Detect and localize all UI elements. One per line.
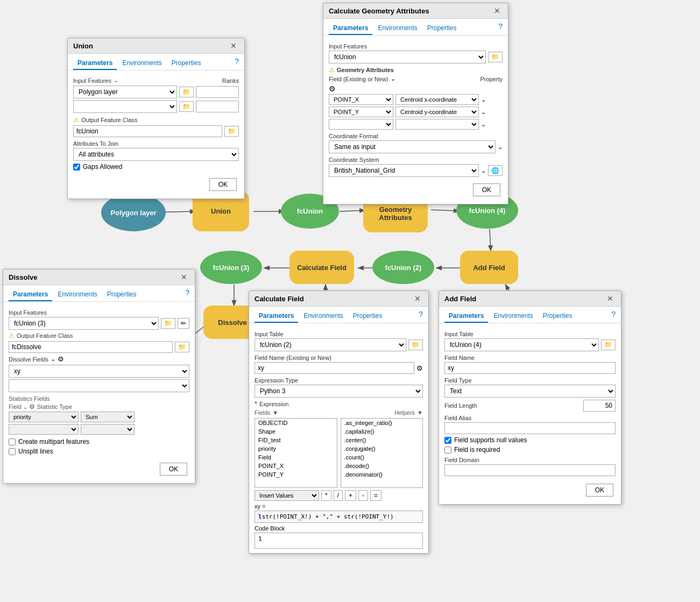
union-ranks1-input[interactable] [196, 86, 239, 98]
union-dialog-help[interactable]: ? [235, 57, 239, 70]
add-field-ok-button[interactable]: OK [586, 484, 613, 497]
add-field-alias-input[interactable] [444, 422, 616, 434]
dissolve-ok-button[interactable]: OK [160, 463, 187, 476]
add-field-null-checkbox[interactable] [444, 437, 451, 444]
calc-geo-gear-icon[interactable]: ⚙ [329, 84, 336, 93]
add-field-tab-environments[interactable]: Environments [489, 310, 537, 323]
calc-field-op-plus[interactable]: + [345, 490, 356, 501]
calc-field-fields-filter[interactable]: ▼ [272, 409, 278, 416]
calc-geo-field3-select[interactable] [329, 119, 393, 130]
dissolve-input-edit[interactable]: ✏ [178, 318, 189, 329]
calc-field-field-item[interactable]: POINT_Y [255, 470, 337, 479]
calc-field-field-item[interactable]: priority [255, 444, 337, 453]
add-field-dialog-help[interactable]: ? [611, 310, 616, 323]
calc-field-fields-list[interactable]: OBJECTIDShapeFID_testpriorityFieldPOINT_… [254, 418, 337, 488]
dissolve-input-folder[interactable]: 📁 [161, 318, 175, 329]
add-field-type-select[interactable]: Text [444, 385, 616, 398]
dissolve-field1-select[interactable]: xy [9, 365, 189, 378]
calc-field-expr-type-select[interactable]: Python 3 [254, 385, 423, 398]
calc-geo-prop3-select[interactable] [395, 119, 479, 130]
dissolve-multipart-checkbox[interactable] [9, 438, 16, 445]
add-field-name-input[interactable] [444, 362, 616, 374]
union-feature2-folder[interactable]: 📁 [179, 101, 194, 112]
add-field-tab-parameters[interactable]: Parameters [444, 310, 488, 323]
dissolve-stat-type1-select[interactable]: Sum [81, 412, 135, 422]
union-ok-button[interactable]: OK [209, 178, 237, 191]
add-field-dialog-close[interactable]: ✕ [605, 294, 616, 303]
calc-field-helper-item[interactable]: .conjugate() [341, 444, 423, 453]
dissolve-field2-select[interactable] [9, 379, 189, 392]
calc-geo-prop2-select[interactable]: Centroid y-coordinate [395, 107, 479, 117]
add-field-length-input[interactable] [583, 400, 616, 412]
calc-geo-dialog-help[interactable]: ? [498, 22, 503, 35]
calc-field-insert-select[interactable]: Insert Values [254, 490, 319, 501]
union-attributes-select[interactable]: All attributes [73, 148, 239, 161]
dissolve-stats-gear[interactable]: ⚙ [29, 403, 35, 410]
calc-field-op-multiply[interactable]: * [321, 490, 331, 501]
calc-geo-tab-parameters[interactable]: Parameters [329, 22, 372, 35]
union-tab-environments[interactable]: Environments [118, 57, 166, 70]
calc-geo-field1-select[interactable]: POINT_X [329, 94, 393, 105]
calc-geo-input-select[interactable]: fcUnion [329, 51, 486, 63]
calc-field-dialog-close[interactable]: ✕ [412, 294, 423, 303]
union-feature1-folder[interactable]: 📁 [179, 87, 194, 97]
dissolve-stat-field1-select[interactable]: priority [9, 412, 79, 422]
calc-geo-dialog-close[interactable]: ✕ [492, 6, 503, 15]
add-field-domain-input[interactable] [444, 464, 616, 476]
calc-geo-coord-format-select[interactable]: Same as input [329, 140, 496, 153]
calc-field-helper-item[interactable]: .center() [341, 436, 423, 444]
calc-field-helper-item[interactable]: .as_integer_ratio() [341, 419, 423, 427]
dissolve-tab-environments[interactable]: Environments [53, 288, 101, 301]
calc-field-helper-item[interactable]: .denominator() [341, 470, 423, 479]
dissolve-stat-type2-select[interactable] [81, 424, 135, 435]
union-feature1-select[interactable]: Polygon layer [73, 86, 177, 98]
calc-field-op-divide[interactable]: / [334, 490, 343, 501]
calc-field-field-item[interactable]: OBJECTID [255, 419, 337, 427]
dissolve-unsplit-checkbox[interactable] [9, 448, 16, 455]
add-field-tab-properties[interactable]: Properties [539, 310, 577, 323]
calc-field-op-equals[interactable]: = [370, 490, 381, 501]
calc-geo-coord-system-globe[interactable]: 🌐 [488, 165, 503, 176]
calc-field-field-item[interactable]: POINT_X [255, 462, 337, 470]
node-add-field[interactable]: Add Field [460, 251, 518, 284]
calc-geo-ok-button[interactable]: OK [473, 183, 500, 196]
calc-field-helper-item[interactable]: .capitalize() [341, 427, 423, 436]
union-feature2-select[interactable] [73, 100, 177, 113]
union-tab-properties[interactable]: Properties [167, 57, 206, 70]
dissolve-tab-properties[interactable]: Properties [103, 288, 141, 301]
dissolve-input-select[interactable]: fcUnion (3) [9, 317, 159, 330]
calc-field-name-gear[interactable]: ⚙ [416, 364, 423, 372]
union-tab-parameters[interactable]: Parameters [73, 57, 117, 70]
calc-field-name-input[interactable] [254, 362, 414, 374]
calc-field-helpers-list[interactable]: .as_integer_ratio().capitalize().center(… [341, 418, 423, 488]
calc-field-helpers-filter[interactable]: ▼ [417, 409, 423, 416]
dissolve-output-fc-input[interactable] [9, 341, 173, 353]
dissolve-stat-field2-select[interactable] [9, 424, 79, 435]
calc-geo-field2-select[interactable]: POINT_Y [329, 107, 393, 117]
calc-field-helper-item[interactable]: .count() [341, 453, 423, 462]
add-field-required-checkbox[interactable] [444, 447, 451, 454]
node-calc-field[interactable]: Calculate Field [289, 251, 354, 284]
calc-field-field-item[interactable]: Field [255, 453, 337, 462]
union-output-fc-folder[interactable]: 📁 [224, 126, 239, 137]
dissolve-dialog-close[interactable]: ✕ [179, 273, 189, 281]
calc-geo-prop1-select[interactable]: Centroid x-coordinate [395, 94, 479, 105]
calc-field-tab-environments[interactable]: Environments [299, 310, 347, 323]
calc-field-expr-box[interactable]: lstr(!POINT_X!) + "," + str(!POINT_Y!) [254, 511, 423, 523]
add-field-input-select[interactable]: fcUnion (4) [444, 338, 599, 351]
union-dialog-close[interactable]: ✕ [228, 41, 239, 50]
union-gaps-checkbox[interactable] [73, 164, 80, 171]
calc-field-field-item[interactable]: Shape [255, 427, 337, 436]
add-field-input-folder[interactable]: 📁 [601, 339, 616, 350]
calc-geo-coord-system-select[interactable]: British_National_Grid [329, 164, 479, 177]
calc-field-dialog-help[interactable]: ? [419, 310, 423, 323]
dissolve-dialog-help[interactable]: ? [185, 288, 189, 301]
calc-field-helper-item[interactable]: .decode() [341, 462, 423, 470]
calc-field-field-item[interactable]: FID_test [255, 436, 337, 444]
union-ranks2-input[interactable] [196, 101, 239, 112]
calc-field-input-folder[interactable]: 📁 [408, 339, 423, 350]
calc-field-tab-parameters[interactable]: Parameters [254, 310, 298, 323]
dissolve-output-folder[interactable]: 📁 [175, 342, 189, 352]
union-output-fc-input[interactable] [73, 125, 222, 137]
calc-field-input-select[interactable]: fcUnion (2) [254, 338, 406, 351]
